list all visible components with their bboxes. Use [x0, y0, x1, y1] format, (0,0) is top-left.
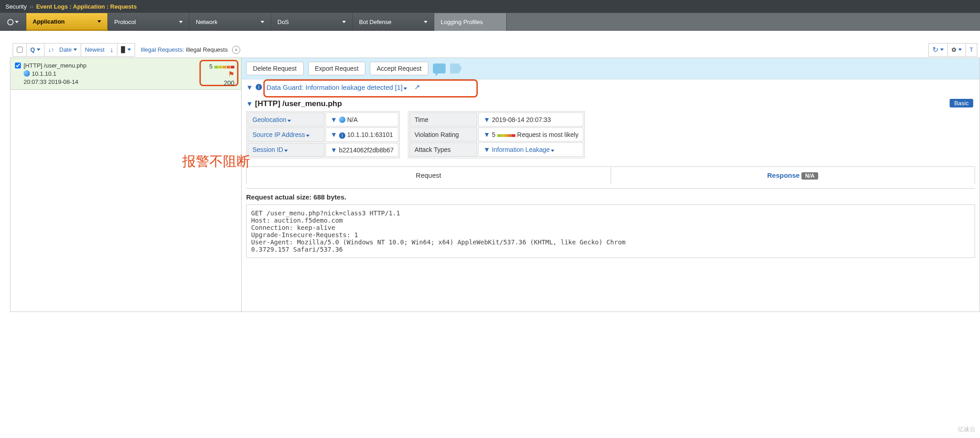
status-code: 200: [224, 79, 234, 87]
select-all-checkbox[interactable]: [13, 43, 27, 57]
tab-dos[interactable]: DoS: [271, 13, 353, 31]
breadcrumb-root[interactable]: Security: [5, 3, 27, 10]
tab-label: Bot Defense: [359, 19, 392, 25]
detail-pane: Delete Request Export Request Accept Req…: [242, 58, 980, 311]
breadcrumb-path[interactable]: Event Logs : Application : Requests: [36, 3, 137, 10]
table-row: Attack Types▼ Information Leakage: [409, 142, 583, 156]
filter-icon[interactable]: ▼: [330, 146, 337, 154]
chevron-down-icon: [306, 135, 310, 137]
row-text: [HTTP] /user_menu.php 10.1.10.1 20:07:33…: [24, 62, 87, 87]
chevron-down-icon: [287, 120, 291, 122]
attack-label: Attack Types: [409, 142, 477, 156]
refresh-button[interactable]: ↻: [928, 43, 948, 57]
filter-value: Illegal Requests: [186, 46, 228, 53]
gear-icon: [7, 19, 14, 25]
geolocation-label[interactable]: Geolocation: [247, 112, 325, 127]
session-value: ▼ b2214062f2db8b67: [325, 143, 398, 157]
main-split: [HTTP] /user_menu.php 10.1.10.1 20:07:33…: [10, 58, 980, 312]
bookmark-dropdown[interactable]: ▉: [117, 43, 135, 57]
left-info-table: Geolocation▼ N/A Source IP Address▼ i10.…: [246, 111, 400, 158]
info-tables: Geolocation▼ N/A Source IP Address▼ i10.…: [242, 111, 980, 158]
comment-icon[interactable]: [433, 63, 446, 73]
na-badge: N/A: [801, 172, 818, 180]
remove-filter-button[interactable]: ×: [232, 46, 240, 54]
checkbox[interactable]: [17, 47, 23, 53]
tab-label: Application: [33, 18, 65, 25]
gear-menu[interactable]: [0, 13, 26, 31]
chevron-down-icon: [284, 150, 288, 152]
chevron-down-icon: [958, 49, 962, 51]
sourceip-value: ▼ i10.1.10.1:63101: [325, 127, 398, 142]
sort-order-label: Newest: [85, 46, 104, 53]
chevron-down-icon: [179, 21, 183, 23]
tab-label: Request: [416, 171, 441, 179]
request-raw[interactable]: GET /user_menu.php?nick=class3 HTTP/1.1 …: [246, 204, 975, 258]
info-icon[interactable]: i: [339, 132, 345, 139]
flag-icon: ⚑: [228, 70, 234, 78]
request-list: [HTTP] /user_menu.php 10.1.10.1 20:07:33…: [10, 58, 242, 311]
breadcrumb: Security ›› Event Logs : Application : R…: [0, 0, 980, 13]
highlight-frame: [263, 79, 478, 97]
mode-basic-badge[interactable]: Basic: [950, 99, 973, 107]
filter-icon[interactable]: ▼: [246, 100, 253, 107]
delete-request-button[interactable]: Delete Request: [246, 62, 304, 75]
info-icon[interactable]: i: [256, 84, 262, 90]
body-tabstrip: Request Response N/A: [246, 166, 975, 184]
filter-icon[interactable]: ▼: [483, 146, 490, 153]
tag-icon[interactable]: [450, 63, 462, 73]
tab-network[interactable]: Network: [189, 13, 271, 31]
tab-loggingprofiles[interactable]: Logging Profiles: [434, 13, 507, 31]
row-checkbox[interactable]: [15, 63, 21, 68]
time-label: Time: [409, 112, 477, 127]
tab-request[interactable]: Request: [247, 167, 611, 184]
filter-icon[interactable]: ▼: [483, 116, 490, 123]
tab-label: Logging Profiles: [441, 19, 483, 25]
request-body-section: Request actual size: 688 bytes. GET /use…: [246, 188, 975, 258]
export-request-button[interactable]: Export Request: [308, 62, 366, 75]
geolocation-value: ▼ N/A: [325, 112, 398, 127]
action-bar: Delete Request Export Request Accept Req…: [242, 58, 980, 79]
tab-botdefense[interactable]: Bot Defense: [353, 13, 434, 31]
sort-field-dropdown[interactable]: ↓↑ Date: [44, 43, 81, 57]
tab-label: Response: [767, 171, 800, 179]
tab-response[interactable]: Response N/A: [611, 167, 975, 184]
request-size-label: Request actual size: 688 bytes.: [246, 193, 975, 201]
row-protocol: [HTTP]: [24, 62, 42, 69]
row-ip: 10.1.10.1: [32, 70, 56, 77]
list-item[interactable]: [HTTP] /user_menu.php 10.1.10.1 20:07:33…: [10, 58, 241, 90]
tab-label: Network: [196, 19, 218, 25]
tab-protocol[interactable]: Protocol: [108, 13, 189, 31]
session-label[interactable]: Session ID: [247, 143, 325, 157]
right-info-table: Time▼ 2019-08-14 20:07:33 Violation Rati…: [408, 111, 585, 158]
gear-icon: ✿: [951, 46, 956, 53]
tab-label: DoS: [277, 19, 289, 25]
chevron-down-icon: [424, 21, 427, 23]
filter-icon[interactable]: ▼: [330, 116, 337, 123]
search-dropdown[interactable]: Q: [27, 43, 44, 57]
sort-order-dropdown[interactable]: Newest ↓: [81, 43, 117, 57]
sourceip-label[interactable]: Source IP Address: [247, 127, 325, 142]
table-row: Source IP Address▼ i10.1.10.1:63101: [247, 127, 398, 142]
chevron-down-icon: [940, 49, 944, 51]
filter-icon[interactable]: ▼: [483, 131, 490, 138]
globe-icon: [339, 117, 345, 123]
filter-icon[interactable]: ▼: [246, 83, 253, 91]
chevron-down-icon: [97, 20, 101, 23]
more-button[interactable]: T: [966, 43, 977, 57]
sort-icon: ↓↑: [48, 46, 54, 53]
active-filter-chip: Illegal Requests: Illegal Requests ×: [141, 46, 240, 54]
chevron-down-icon: [551, 150, 554, 152]
table-row: Violation Rating▼ 5 Request is most like…: [409, 127, 583, 141]
accept-request-button[interactable]: Accept Request: [370, 62, 428, 75]
tab-application[interactable]: Application: [26, 13, 108, 31]
chevron-down-icon: [37, 49, 40, 51]
rating-value: ▼ 5 Request is most likely: [478, 127, 583, 141]
settings-button[interactable]: ✿: [948, 43, 966, 57]
table-row: Time▼ 2019-08-14 20:07:33: [409, 112, 583, 127]
globe-icon: [24, 70, 30, 77]
rating-bar: [497, 131, 515, 138]
view-mode-toggle[interactable]: Basic: [950, 100, 975, 107]
misc-icon: T: [970, 46, 973, 53]
rating-bar: [214, 66, 234, 68]
filter-icon[interactable]: ▼: [330, 131, 337, 138]
